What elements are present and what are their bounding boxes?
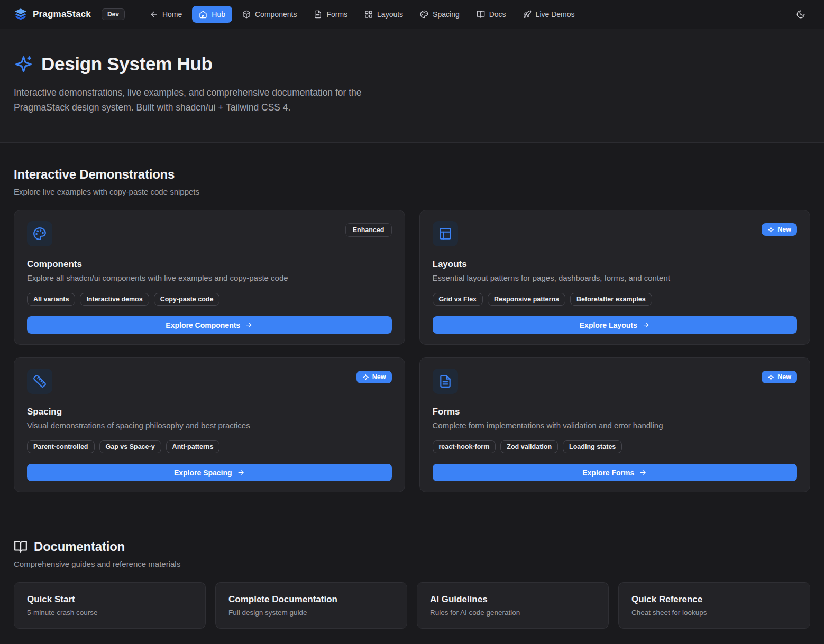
- demo-card-forms: New Forms Complete form implementations …: [419, 357, 811, 492]
- docs-section-title: Documentation: [34, 539, 125, 554]
- doc-card-title: AI Guidelines: [430, 594, 596, 605]
- layout-grid-icon: [364, 10, 373, 19]
- demo-card-spacing: New Spacing Visual demonstrations of spa…: [14, 357, 405, 492]
- explore-layouts-button[interactable]: Explore Layouts: [433, 316, 798, 334]
- badge-label: New: [777, 226, 791, 233]
- new-badge: New: [356, 371, 392, 383]
- arrow-right-icon: [642, 321, 650, 329]
- nav-item-spacing[interactable]: Spacing: [413, 6, 466, 23]
- spacing-icon-tile: [27, 369, 52, 394]
- arrow-right-icon: [639, 468, 647, 476]
- button-label: Explore Layouts: [580, 321, 637, 329]
- top-navbar: PragmaStack Dev Home Hub Components Form…: [0, 0, 824, 29]
- demos-section-subtitle: Explore live examples with copy-paste co…: [14, 187, 810, 196]
- tag: Anti-patterns: [166, 440, 220, 453]
- tag-row: Parent-controlled Gap vs Space-y Anti-pa…: [27, 440, 392, 453]
- explore-spacing-button[interactable]: Explore Spacing: [27, 464, 392, 481]
- button-label: Explore Components: [166, 321, 240, 329]
- tag: Interactive demos: [80, 293, 149, 306]
- nav-label: Spacing: [433, 10, 460, 19]
- nav-item-layouts[interactable]: Layouts: [358, 6, 410, 23]
- explore-forms-button[interactable]: Explore Forms: [433, 464, 798, 481]
- doc-card-subtitle: Full design system guide: [228, 609, 394, 617]
- home-icon: [199, 10, 207, 19]
- page-subtitle: Interactive demonstrations, live example…: [14, 85, 408, 115]
- card-description: Complete form implementations with valid…: [433, 421, 798, 430]
- card-title: Layouts: [433, 259, 798, 270]
- demo-card-layouts: New Layouts Essential layout patterns fo…: [419, 210, 811, 345]
- docs-section-subtitle: Comprehensive guides and reference mater…: [14, 559, 810, 568]
- demo-card-components: Enhanced Components Explore all shadcn/u…: [14, 210, 405, 345]
- components-icon-tile: [27, 221, 52, 246]
- brand-name: PragmaStack: [33, 9, 91, 20]
- button-label: Explore Spacing: [174, 468, 232, 477]
- doc-card-subtitle: Rules for AI code generation: [430, 609, 596, 617]
- demos-section-title: Interactive Demonstrations: [14, 167, 810, 182]
- card-description: Visual demonstrations of spacing philoso…: [27, 421, 392, 430]
- moon-icon: [796, 10, 805, 19]
- badge-label: New: [372, 373, 386, 381]
- doc-card-subtitle: Cheat sheet for lookups: [631, 609, 797, 617]
- main-content: Interactive Demonstrations Explore live …: [0, 143, 824, 639]
- package-icon: [242, 10, 251, 19]
- layers-logo-icon: [14, 7, 28, 21]
- card-description: Essential layout patterns for pages, das…: [433, 273, 798, 282]
- book-open-icon: [14, 540, 28, 554]
- tag: react-hook-form: [433, 440, 496, 453]
- tag: Gap vs Space-y: [99, 440, 161, 453]
- new-badge: New: [762, 223, 797, 236]
- main-nav: Home Hub Components Forms Layouts Spacin…: [143, 6, 582, 23]
- card-title: Components: [27, 259, 392, 270]
- layouts-icon-tile: [433, 221, 458, 246]
- sparkles-icon: [767, 226, 774, 233]
- doc-card-quick-start[interactable]: Quick Start 5-minute crash course: [14, 582, 206, 629]
- section-divider: [14, 516, 810, 516]
- nav-label: Layouts: [377, 10, 403, 19]
- doc-card-quick-reference[interactable]: Quick Reference Cheat sheet for lookups: [618, 582, 810, 629]
- palette-icon: [33, 227, 47, 241]
- sparkles-icon: [14, 54, 33, 74]
- doc-card-title: Quick Reference: [631, 594, 797, 605]
- arrow-left-icon: [150, 10, 158, 19]
- nav-label: Forms: [326, 10, 347, 19]
- ruler-icon: [33, 374, 47, 388]
- tag: All variants: [27, 293, 75, 306]
- button-label: Explore Forms: [582, 468, 634, 477]
- palette-icon: [420, 10, 428, 19]
- nav-item-hub[interactable]: Hub: [192, 6, 232, 23]
- tag: Parent-controlled: [27, 440, 95, 453]
- nav-item-docs[interactable]: Docs: [470, 6, 513, 23]
- nav-label: Home: [162, 10, 182, 19]
- documentation-section: Documentation Comprehensive guides and r…: [14, 539, 810, 629]
- demo-card-grid: Enhanced Components Explore all shadcn/u…: [14, 210, 810, 492]
- nav-item-components[interactable]: Components: [235, 6, 304, 23]
- nav-item-home[interactable]: Home: [143, 6, 189, 23]
- page-title: Design System Hub: [41, 53, 213, 75]
- file-text-icon: [314, 10, 322, 19]
- tag: Grid vs Flex: [433, 293, 483, 306]
- tag: Zod validation: [500, 440, 558, 453]
- sparkles-icon: [767, 374, 774, 381]
- nav-label: Docs: [489, 10, 506, 19]
- tag: Before/after examples: [570, 293, 652, 306]
- forms-icon-tile: [433, 369, 458, 394]
- nav-label: Components: [255, 10, 297, 19]
- new-badge: New: [762, 371, 797, 383]
- explore-components-button[interactable]: Explore Components: [27, 316, 392, 334]
- nav-item-live-demos[interactable]: Live Demos: [516, 6, 582, 23]
- badge-label: New: [777, 373, 791, 381]
- nav-label: Live Demos: [536, 10, 575, 19]
- nav-item-forms[interactable]: Forms: [307, 6, 354, 23]
- doc-card-title: Complete Documentation: [228, 594, 394, 605]
- doc-card-complete-documentation[interactable]: Complete Documentation Full design syste…: [215, 582, 407, 629]
- sparkles-icon: [362, 374, 369, 381]
- dev-badge: Dev: [102, 8, 125, 20]
- brand[interactable]: PragmaStack Dev: [14, 7, 125, 21]
- panels-top-left-icon: [438, 227, 452, 241]
- doc-card-ai-guidelines[interactable]: AI Guidelines Rules for AI code generati…: [417, 582, 609, 629]
- theme-toggle-button[interactable]: [791, 5, 810, 24]
- doc-card-grid: Quick Start 5-minute crash course Comple…: [14, 582, 810, 629]
- enhanced-badge: Enhanced: [345, 223, 392, 237]
- file-text-icon: [438, 374, 452, 388]
- card-title: Forms: [433, 407, 798, 417]
